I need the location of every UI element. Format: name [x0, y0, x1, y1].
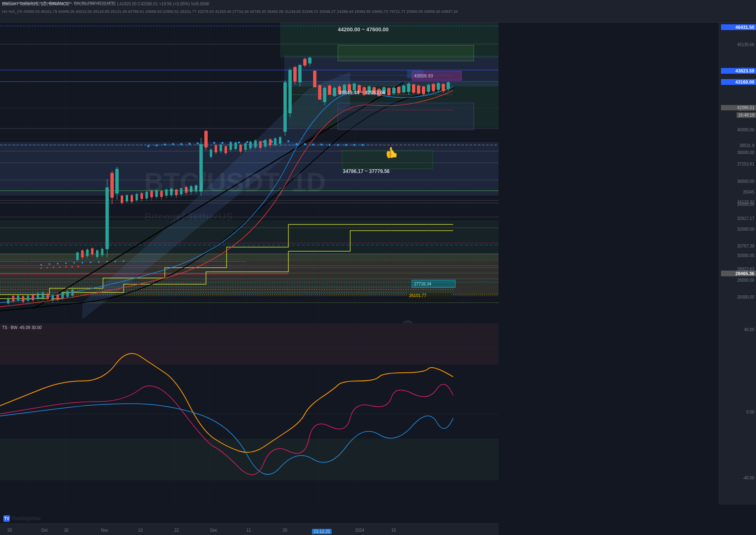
svg-point-87: [65, 266, 67, 268]
svg-point-81: [353, 144, 356, 146]
svg-rect-141: [131, 195, 133, 202]
svg-text:TV: TV: [4, 516, 9, 521]
date-dec20: 20: [283, 528, 287, 533]
svg-rect-273: [338, 45, 474, 61]
svg-rect-207: [293, 67, 297, 82]
svg-rect-113: [61, 293, 64, 298]
svg-point-79: [337, 144, 339, 146]
svg-rect-119: [76, 252, 79, 260]
zone-top-label: 44200.00 ~ 47600.00: [338, 26, 389, 33]
svg-point-48: [65, 262, 67, 264]
oscillator-svg: [0, 323, 499, 505]
svg-rect-125: [91, 248, 94, 255]
date-jan15: 15: [391, 528, 396, 533]
svg-rect-117: [71, 290, 74, 296]
svg-rect-95: [17, 295, 19, 300]
svg-point-76: [312, 144, 314, 146]
svg-rect-181: [229, 143, 232, 150]
badge-43823: 43823.59: [721, 68, 756, 74]
svg-rect-189: [249, 142, 252, 148]
svg-rect-247: [392, 88, 396, 93]
svg-point-73: [288, 140, 290, 143]
svg-rect-245: [387, 88, 391, 95]
svg-point-51: [90, 262, 91, 263]
svg-rect-171: [204, 131, 208, 147]
date-2024: 2024: [355, 528, 364, 533]
svg-point-75: [304, 143, 306, 145]
badge-42086: 42086.51: [721, 105, 756, 110]
svg-point-64: [213, 142, 215, 144]
date-20: 20: [7, 528, 12, 533]
svg-rect-175: [215, 145, 217, 152]
svg-rect-221: [328, 86, 331, 95]
svg-text:27716.34: 27716.34: [414, 282, 431, 286]
svg-rect-201: [279, 137, 281, 144]
svg-rect-97: [22, 296, 24, 302]
osc-neg40-label: -40.00: [743, 476, 754, 480]
svg-point-46: [49, 263, 50, 265]
svg-rect-215: [313, 71, 316, 87]
svg-point-49: [73, 262, 75, 264]
svg-rect-223: [333, 88, 336, 96]
svg-rect-109: [51, 295, 54, 300]
svg-point-80: [345, 144, 347, 146]
oscillator-price-axis: 40.00 0.00 -40.00: [719, 323, 756, 505]
oscillator-label: TS · BW -45.09 30.00: [2, 325, 42, 330]
date-nov22: 22: [174, 528, 179, 533]
svg-point-65: [222, 142, 224, 144]
zone-mid-label: 39845.44 ~ 42053.66: [339, 90, 386, 96]
svg-rect-191: [254, 140, 257, 147]
svg-point-62: [197, 143, 199, 145]
svg-point-78: [329, 144, 331, 146]
svg-point-52: [98, 261, 100, 263]
price-37253: 37253.81: [737, 162, 754, 166]
thumb-up-icon: 👍: [385, 146, 398, 159]
svg-point-89: [77, 266, 79, 267]
svg-rect-93: [12, 296, 14, 301]
price-38531: 38531.9: [740, 143, 754, 148]
svg-point-50: [82, 262, 83, 264]
ha-vs-info: HA-%S_VS 43450.03 46151.79 44398.26 4022…: [2, 9, 458, 14]
svg-rect-127: [96, 250, 98, 257]
price-34000: 34000.00: [737, 202, 754, 207]
date-oct: Oct: [41, 528, 48, 533]
svg-rect-203: [283, 82, 287, 132]
svg-rect-131: [105, 187, 109, 249]
svg-point-60: [180, 143, 183, 145]
svg-rect-251: [402, 86, 405, 92]
date-nov13: 13: [138, 528, 143, 533]
svg-point-67: [238, 142, 240, 144]
osc-40-label: 40.00: [744, 327, 754, 332]
svg-point-68: [246, 141, 248, 143]
svg-rect-258: [417, 86, 420, 93]
svg-rect-260: [422, 86, 425, 94]
svg-point-45: [40, 264, 42, 266]
svg-rect-195: [264, 140, 267, 147]
svg-rect-179: [225, 146, 227, 153]
badge-43160: 43160.00: [721, 79, 756, 85]
svg-point-55: [123, 260, 124, 262]
svg-rect-213: [308, 58, 311, 63]
price-40000: 40000.00: [737, 128, 754, 132]
svg-rect-91: [7, 299, 9, 304]
time-badge: 16:48:19: [737, 112, 756, 118]
svg-point-85: [53, 266, 54, 268]
svg-point-86: [59, 266, 61, 268]
svg-rect-256: [412, 84, 415, 93]
date-dec11: 11: [246, 528, 251, 533]
svg-rect-217: [318, 85, 321, 100]
svg-point-58: [164, 144, 166, 146]
svg-rect-105: [42, 292, 44, 298]
price-36000: 36000.00: [737, 179, 754, 184]
price-26000: 26000.00: [737, 295, 754, 299]
svg-rect-274: [338, 103, 474, 130]
svg-point-57: [156, 145, 158, 147]
svg-rect-249: [397, 87, 400, 93]
svg-rect-123: [86, 250, 89, 256]
chart-container: Bitcoin / TetherUS, 1D, BINANCE O42066.9…: [0, 0, 756, 535]
price-axis: 46000.00 45135.66 44000.00 42000.00 4000…: [719, 23, 756, 323]
main-chart-svg: BTC/USDT, 1D Bitcoin / TetherUS 43558.93…: [0, 23, 499, 323]
price-38000: 38000.00: [737, 150, 754, 155]
price-32000: 32000.00: [737, 227, 754, 231]
date-dec: Dec: [210, 528, 218, 533]
